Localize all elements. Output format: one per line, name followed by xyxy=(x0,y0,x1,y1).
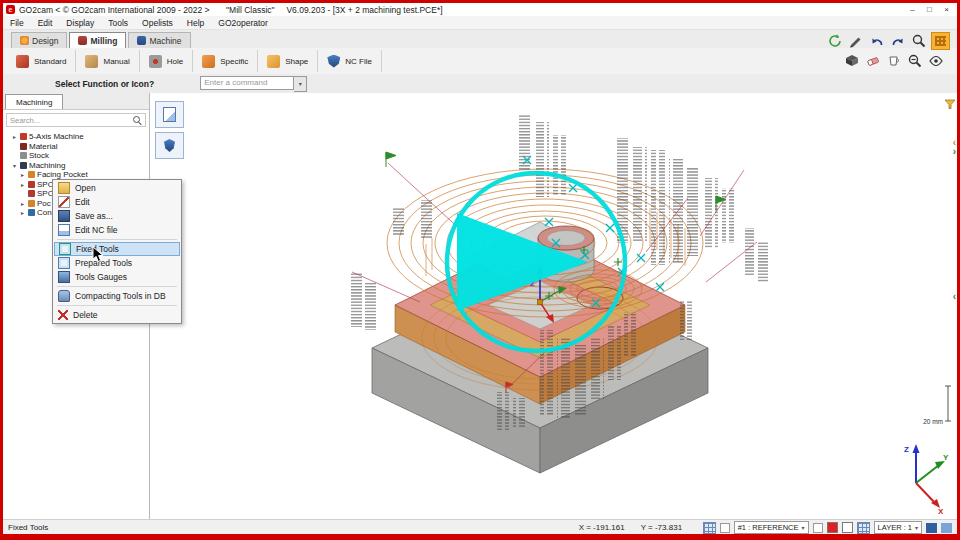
milling-icon xyxy=(78,36,87,45)
ribbon-label-hole: Hole xyxy=(167,57,183,66)
menu-go2operator[interactable]: GO2operator xyxy=(211,18,275,28)
menu-opelists[interactable]: Opelists xyxy=(135,18,180,28)
annotate-icon[interactable] xyxy=(847,33,864,49)
menu-separator xyxy=(57,286,177,287)
command-prompt-label: Select Function or Icon? xyxy=(55,79,154,89)
menu-file[interactable]: File xyxy=(3,18,31,28)
secondary-color-swatch[interactable] xyxy=(842,522,853,533)
scale-indicator: 20 mm xyxy=(923,386,951,425)
reference-value: #1 : REFERENCE xyxy=(738,523,799,532)
context-menu-item-delete[interactable]: Delete xyxy=(54,308,180,322)
edit-pencil-icon xyxy=(58,196,70,208)
layer-grid-icon[interactable] xyxy=(857,522,870,534)
collision-cup-icon[interactable] xyxy=(885,53,902,69)
tree-search-box[interactable] xyxy=(6,113,146,127)
snap-grid-icon[interactable] xyxy=(703,522,716,534)
context-menu-item-fixed-tools[interactable]: Fixed Tools xyxy=(54,242,180,256)
tab-machining-panel[interactable]: Machining xyxy=(5,94,63,109)
maximize-button[interactable]: □ xyxy=(921,4,938,15)
svg-text:Y: Y xyxy=(943,453,949,462)
reference-selector[interactable]: #1 : REFERENCE ▾ xyxy=(734,521,809,534)
viewport-3d-scene[interactable]: Z 20 mm Z Y X xyxy=(149,93,957,519)
window-controls: – □ × xyxy=(904,4,955,15)
expander-icon[interactable]: ▸ xyxy=(19,209,26,216)
undo-icon[interactable] xyxy=(868,33,885,49)
expander-icon[interactable]: ▸ xyxy=(19,181,26,188)
context-menu-item-open[interactable]: Open xyxy=(54,181,180,195)
status-view-icon[interactable] xyxy=(941,523,952,533)
visibility-eye-icon[interactable] xyxy=(927,53,944,69)
expander-icon[interactable]: ▾ xyxy=(11,162,18,169)
expander-icon[interactable]: ▸ xyxy=(19,171,26,178)
layer-selector[interactable]: LAYER : 1 ▾ xyxy=(874,521,922,534)
ribbon-group-specific[interactable]: Specific xyxy=(193,50,258,72)
zoom-out-icon[interactable] xyxy=(906,53,923,69)
database-icon xyxy=(58,290,70,302)
ribbon-group-manual[interactable]: Manual xyxy=(76,50,139,72)
ribbon-group-standard[interactable]: Standard xyxy=(7,50,76,72)
expander-icon[interactable]: ▸ xyxy=(19,200,26,207)
tab-milling[interactable]: Milling xyxy=(69,32,126,48)
chevron-right-icon[interactable]: › xyxy=(953,147,956,156)
design-icon xyxy=(20,36,29,45)
tree-item-5-axis-machine[interactable]: ▸ 5-Axis Machine xyxy=(3,132,149,142)
ribbon-group-hole[interactable]: Hole xyxy=(140,50,193,72)
tab-machine[interactable]: Machine xyxy=(128,32,190,48)
context-menu-item-compacting-tools[interactable]: Compacting Tools in DB xyxy=(54,289,180,303)
nc-shield-button[interactable] xyxy=(155,132,184,159)
specific-cycles-icon xyxy=(202,55,215,68)
ribbon-group-shape[interactable]: Shape xyxy=(258,50,318,72)
status-tool-icon[interactable] xyxy=(926,523,937,533)
machine-icon xyxy=(137,36,146,45)
command-combo[interactable]: ▾ xyxy=(200,76,307,92)
chevron-left-icon[interactable]: ‹ xyxy=(953,292,956,301)
prepared-tools-icon xyxy=(58,257,70,269)
context-menu-item-prepared-tools[interactable]: Prepared Tools xyxy=(54,256,180,270)
reference-checkbox[interactable] xyxy=(720,523,730,533)
eraser-icon[interactable] xyxy=(864,53,881,69)
filter-button[interactable] xyxy=(944,98,956,110)
color-checkbox[interactable] xyxy=(813,523,823,533)
save-disk-icon xyxy=(58,210,70,222)
rotate-view-icon[interactable] xyxy=(826,33,843,49)
expander-icon[interactable]: ▸ xyxy=(11,133,18,140)
panel-collapse-controls: ‹ › xyxy=(953,138,956,156)
nc-file-shield-icon xyxy=(327,55,340,68)
context-menu-item-edit[interactable]: Edit xyxy=(54,195,180,209)
menu-item-label: Edit xyxy=(75,197,90,207)
simulation-icon[interactable] xyxy=(843,53,860,69)
context-menu-item-save-as[interactable]: Save as... xyxy=(54,209,180,223)
tree-item-stock[interactable]: Stock xyxy=(3,151,149,161)
menu-edit[interactable]: Edit xyxy=(31,18,60,28)
cursor-x-coordinate: X = -191.161 xyxy=(579,523,637,532)
menu-help[interactable]: Help xyxy=(180,18,211,28)
machine-node-icon xyxy=(20,133,27,140)
ribbon-label-manual: Manual xyxy=(103,57,129,66)
command-dropdown-icon[interactable]: ▾ xyxy=(294,76,307,92)
command-input[interactable] xyxy=(200,76,294,90)
context-menu-item-edit-nc-file[interactable]: Edit NC file xyxy=(54,223,180,237)
menu-display[interactable]: Display xyxy=(59,18,101,28)
view-doc-button[interactable] xyxy=(155,101,184,128)
current-color-swatch[interactable] xyxy=(827,522,838,533)
menu-item-label: Compacting Tools in DB xyxy=(75,291,166,301)
minimize-button[interactable]: – xyxy=(904,4,921,15)
tree-item-machining[interactable]: ▾ Machining xyxy=(3,161,149,171)
fixed-tools-icon xyxy=(59,243,71,255)
toolpath-list-toggle[interactable] xyxy=(931,32,950,50)
operation-context-menu: Open Edit Save as... Edit NC file Fixed … xyxy=(52,179,182,324)
tree-item-material[interactable]: Material xyxy=(3,142,149,152)
nc-document-icon xyxy=(58,224,70,236)
tab-milling-label: Milling xyxy=(90,36,117,46)
ribbon-group-ncfile[interactable]: NC File xyxy=(318,50,382,72)
zoom-icon[interactable] xyxy=(910,33,927,49)
mouse-cursor xyxy=(92,246,104,264)
context-menu-item-tools-gauges[interactable]: Tools Gauges xyxy=(54,270,180,284)
menu-tools[interactable]: Tools xyxy=(101,18,135,28)
search-input[interactable] xyxy=(10,115,133,125)
svg-text:20 mm: 20 mm xyxy=(923,418,943,425)
standard-cycles-icon xyxy=(16,55,29,68)
tab-design[interactable]: Design xyxy=(11,32,67,48)
close-button[interactable]: × xyxy=(938,4,955,15)
redo-icon[interactable] xyxy=(889,33,906,49)
